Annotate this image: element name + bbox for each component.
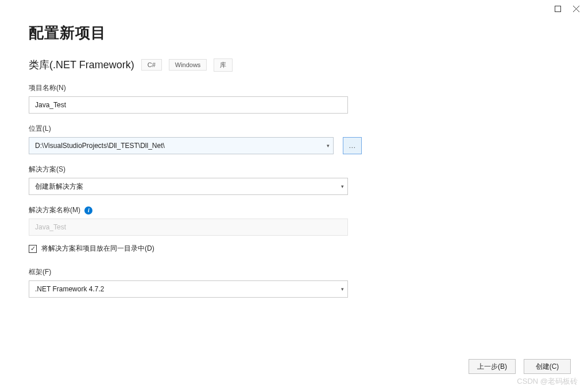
create-button[interactable]: 创建(C) (524, 359, 571, 374)
watermark: CSDN @老码板砖 (517, 376, 578, 387)
framework-combo[interactable]: .NET Framework 4.7.2 ▾ (29, 280, 348, 298)
svg-rect-0 (555, 6, 560, 11)
maximize-icon[interactable] (554, 5, 562, 13)
chevron-down-icon: ▾ (327, 143, 330, 149)
location-value: D:\VisualStudioProjects\Dll_TEST\Dll_Net… (35, 142, 165, 150)
solution-label: 解决方案(S) (29, 165, 362, 174)
solution-name-input: Java_Test (29, 219, 348, 236)
location-combo[interactable]: D:\VisualStudioProjects\Dll_TEST\Dll_Net… (29, 137, 334, 154)
solution-name-label: 解决方案名称(M) i (29, 205, 362, 215)
framework-label: 框架(F) (29, 267, 362, 277)
browse-label: ... (349, 142, 356, 149)
project-name-value: Java_Test (35, 101, 66, 109)
back-button[interactable]: 上一步(B) (469, 359, 516, 374)
same-directory-label: 将解决方案和项目放在同一目录中(D) (41, 244, 154, 253)
page-title: 配置新项目 (29, 23, 362, 43)
solution-name-value: Java_Test (35, 223, 66, 231)
chevron-down-icon: ▾ (341, 184, 344, 189)
project-name-input[interactable]: Java_Test (29, 96, 348, 114)
same-directory-checkbox[interactable]: ✓ (29, 245, 37, 253)
tag-platform: Windows (169, 59, 207, 71)
tag-language: C# (141, 59, 162, 71)
project-name-label: 项目名称(N) (29, 83, 362, 93)
project-type-label: 类库(.NET Framework) (29, 58, 134, 72)
location-label: 位置(L) (29, 124, 362, 134)
chevron-down-icon: ▾ (341, 286, 344, 292)
framework-value: .NET Framework 4.7.2 (35, 285, 104, 293)
solution-value: 创建新解决方案 (35, 182, 83, 192)
info-icon[interactable]: i (84, 206, 92, 214)
solution-combo[interactable]: 创建新解决方案 ▾ (29, 178, 348, 195)
tag-category: 库 (214, 58, 233, 72)
close-icon[interactable] (572, 5, 580, 13)
browse-button[interactable]: ... (343, 137, 362, 154)
